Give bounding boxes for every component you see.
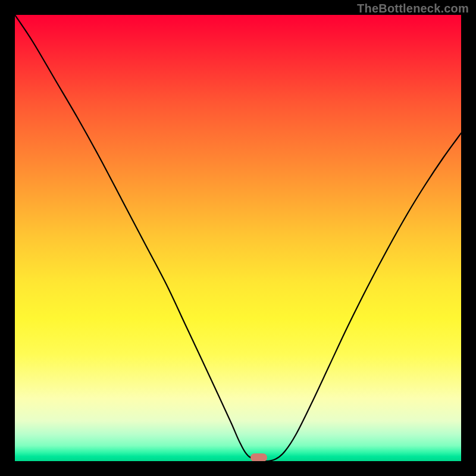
attribution-label: TheBottleneck.com [357, 2, 469, 15]
bottleneck-curve [15, 15, 461, 461]
optimum-marker [250, 453, 267, 461]
plot-area [15, 15, 461, 461]
chart-frame: TheBottleneck.com [0, 0, 476, 476]
curve-svg-layer [15, 15, 461, 461]
